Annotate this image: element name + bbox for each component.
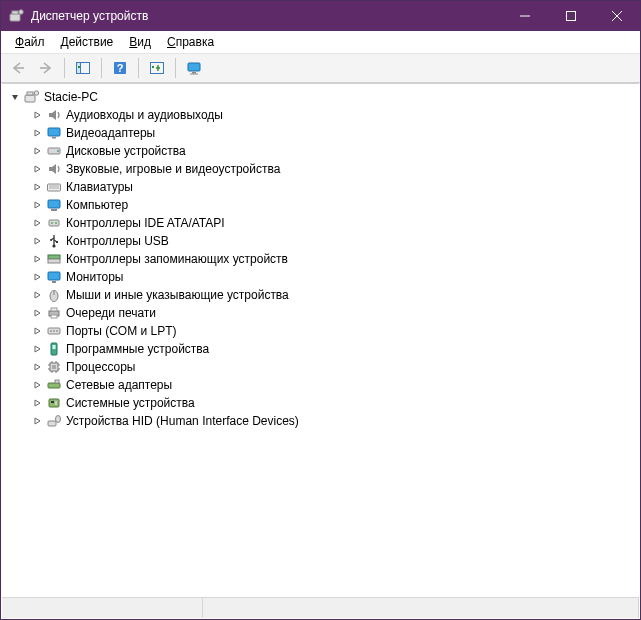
svg-point-45	[50, 330, 52, 332]
help-button[interactable]: ?	[107, 55, 133, 81]
monitor-icon	[46, 269, 62, 285]
disk-icon	[46, 143, 62, 159]
chevron-right-icon[interactable]	[30, 324, 44, 338]
tree-category[interactable]: Очереди печати	[6, 304, 639, 322]
chevron-right-icon[interactable]	[30, 306, 44, 320]
tree-root-label: Stacie-PC	[44, 88, 98, 106]
toolbar-separator	[138, 58, 139, 78]
ide-icon	[46, 215, 62, 231]
chevron-right-icon[interactable]	[30, 198, 44, 212]
svg-rect-16	[190, 74, 198, 75]
scan-hardware-button[interactable]	[144, 55, 170, 81]
svg-rect-1	[12, 11, 18, 14]
tree-category-label: Видеоадаптеры	[66, 124, 155, 142]
chevron-right-icon[interactable]	[30, 396, 44, 410]
device-tree-area[interactable]: Stacie-PCАудиовходы и аудиовыходыВидеоад…	[2, 83, 639, 597]
window-title: Диспетчер устройств	[31, 9, 502, 23]
chevron-right-icon[interactable]	[30, 252, 44, 266]
svg-rect-37	[48, 272, 60, 280]
chevron-right-icon[interactable]	[30, 270, 44, 284]
chevron-down-icon[interactable]	[8, 90, 22, 104]
chevron-right-icon[interactable]	[30, 360, 44, 374]
tree-root[interactable]: Stacie-PC	[6, 88, 639, 106]
tree-category[interactable]: Дисковые устройства	[6, 142, 639, 160]
tree-category[interactable]: Мыши и иные указывающие устройства	[6, 286, 639, 304]
svg-rect-61	[55, 380, 59, 383]
svg-text:?: ?	[117, 62, 124, 74]
chevron-right-icon[interactable]	[30, 108, 44, 122]
svg-rect-65	[48, 421, 56, 426]
minimize-button[interactable]	[502, 1, 548, 31]
tree-category-label: Мыши и иные указывающие устройства	[66, 286, 289, 304]
tree-category-label: Компьютер	[66, 196, 128, 214]
computer-icon	[46, 197, 62, 213]
audio-icon	[46, 161, 62, 177]
tree-category[interactable]: Устройства HID (Human Interface Devices)	[6, 412, 639, 430]
chevron-right-icon[interactable]	[30, 144, 44, 158]
tree-category[interactable]: Системные устройства	[6, 394, 639, 412]
tree-category[interactable]: Аудиовходы и аудиовыходы	[6, 106, 639, 124]
svg-rect-35	[48, 255, 60, 259]
app-icon	[9, 8, 25, 24]
usb-icon	[46, 233, 62, 249]
toolbar-separator	[175, 58, 176, 78]
svg-rect-28	[51, 209, 57, 211]
chevron-right-icon[interactable]	[30, 234, 44, 248]
chevron-right-icon[interactable]	[30, 414, 44, 428]
tree-category[interactable]: Сетевые адаптеры	[6, 376, 639, 394]
maximize-button[interactable]	[548, 1, 594, 31]
chevron-right-icon[interactable]	[30, 342, 44, 356]
tree-category[interactable]: Звуковые, игровые и видеоустройства	[6, 160, 639, 178]
svg-rect-38	[52, 281, 56, 283]
menu-action[interactable]: Действие	[53, 33, 122, 51]
nav-back-button[interactable]	[5, 55, 31, 81]
device-manager-window: Диспетчер устройств Файл Действие Вид Сп…	[0, 0, 641, 620]
menu-help[interactable]: Справка	[159, 33, 222, 51]
svg-rect-17	[25, 95, 35, 102]
window-controls	[502, 1, 640, 31]
chevron-right-icon[interactable]	[30, 378, 44, 392]
tree-category[interactable]: Клавиатуры	[6, 178, 639, 196]
tree-category[interactable]: Порты (COM и LPT)	[6, 322, 639, 340]
svg-rect-42	[51, 308, 57, 311]
chevron-right-icon[interactable]	[30, 126, 44, 140]
tree-category-label: Устройства HID (Human Interface Devices)	[66, 412, 299, 430]
svg-rect-60	[48, 383, 60, 388]
ports-icon	[46, 323, 62, 339]
menu-file[interactable]: Файл	[7, 33, 53, 51]
tree-category-label: Программные устройства	[66, 340, 209, 358]
tree-category-label: Процессоры	[66, 358, 136, 376]
tree-category-label: Контроллеры запоминающих устройств	[66, 250, 288, 268]
chevron-right-icon[interactable]	[30, 288, 44, 302]
svg-rect-15	[192, 72, 196, 74]
svg-rect-63	[51, 401, 54, 403]
svg-rect-4	[567, 12, 576, 21]
svg-point-30	[51, 222, 53, 224]
tree-category[interactable]: Контроллеры IDE ATA/ATAPI	[6, 214, 639, 232]
tree-category[interactable]: Контроллеры USB	[6, 232, 639, 250]
chevron-right-icon[interactable]	[30, 162, 44, 176]
tree-category[interactable]: Видеоадаптеры	[6, 124, 639, 142]
menu-view[interactable]: Вид	[121, 33, 159, 51]
network-icon	[46, 377, 62, 393]
tree-category[interactable]: Процессоры	[6, 358, 639, 376]
close-button[interactable]	[594, 1, 640, 31]
computer-icon	[24, 89, 40, 105]
monitor-button[interactable]	[181, 55, 207, 81]
cpu-icon	[46, 359, 62, 375]
nav-forward-button[interactable]	[33, 55, 59, 81]
tree-category-label: Порты (COM и LPT)	[66, 322, 177, 340]
tree-category[interactable]: Программные устройства	[6, 340, 639, 358]
tree-category[interactable]: Мониторы	[6, 268, 639, 286]
svg-rect-27	[48, 200, 60, 208]
device-tree: Stacie-PCАудиовходы и аудиовыходыВидеоад…	[2, 84, 639, 434]
tree-category-label: Мониторы	[66, 268, 123, 286]
show-hide-tree-button[interactable]	[70, 55, 96, 81]
svg-rect-49	[53, 345, 56, 349]
tree-category[interactable]: Компьютер	[6, 196, 639, 214]
tree-category-label: Аудиовходы и аудиовыходы	[66, 106, 223, 124]
tree-category[interactable]: Контроллеры запоминающих устройств	[6, 250, 639, 268]
svg-rect-64	[55, 401, 57, 405]
chevron-right-icon[interactable]	[30, 216, 44, 230]
chevron-right-icon[interactable]	[30, 180, 44, 194]
